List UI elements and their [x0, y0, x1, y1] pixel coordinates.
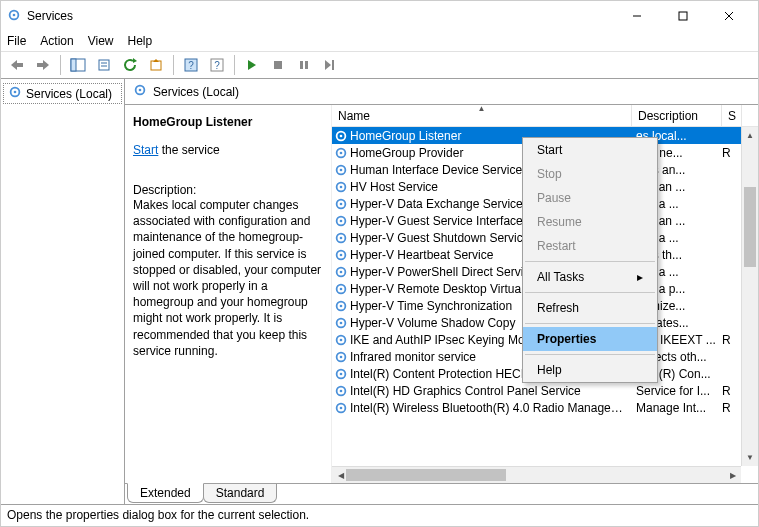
svg-point-49	[340, 270, 343, 273]
svg-rect-3	[679, 12, 687, 20]
export-list-button[interactable]	[144, 53, 168, 77]
properties-button[interactable]	[92, 53, 116, 77]
gear-icon	[332, 231, 350, 245]
detail-pane: HomeGroup Listener Start the service Des…	[125, 105, 331, 483]
svg-point-55	[340, 321, 343, 324]
svg-point-31	[139, 89, 142, 92]
gear-icon	[332, 282, 350, 296]
nav-services-local[interactable]: Services (Local)	[3, 83, 122, 104]
service-name: Intel(R) HD Graphics Control Panel Servi…	[350, 384, 632, 398]
restart-service-button[interactable]	[318, 53, 342, 77]
svg-rect-16	[151, 61, 161, 70]
stop-service-button[interactable]	[266, 53, 290, 77]
vertical-scrollbar[interactable]: ▲ ▼	[741, 127, 758, 466]
forward-button[interactable]	[31, 53, 55, 77]
gear-icon	[332, 316, 350, 330]
status-text: Opens the properties dialog box for the …	[7, 508, 309, 522]
menu-file[interactable]: File	[7, 34, 26, 48]
gear-icon	[332, 197, 350, 211]
gear-icon	[332, 180, 350, 194]
service-name-heading: HomeGroup Listener	[133, 115, 323, 129]
service-desc: Service for I...	[632, 384, 722, 398]
gear-icon	[332, 299, 350, 313]
ctx-refresh[interactable]: Refresh	[523, 296, 657, 320]
service-status: R	[722, 384, 742, 398]
scroll-thumb-h[interactable]	[346, 469, 506, 481]
help-button[interactable]: ?	[179, 53, 203, 77]
nav-label: Services (Local)	[26, 87, 112, 101]
svg-text:?: ?	[214, 60, 220, 71]
svg-rect-24	[300, 61, 303, 69]
start-service-button[interactable]	[240, 53, 264, 77]
service-status: R	[722, 401, 742, 415]
svg-marker-22	[248, 60, 256, 70]
show-hide-tree-button[interactable]	[66, 53, 90, 77]
gear-icon	[332, 384, 350, 398]
scroll-right-icon[interactable]: ▶	[724, 467, 741, 483]
ctx-resume: Resume	[523, 210, 657, 234]
start-link[interactable]: Start	[133, 143, 158, 157]
svg-marker-15	[133, 58, 137, 63]
scroll-down-icon[interactable]: ▼	[742, 449, 758, 466]
start-suffix: the service	[158, 143, 219, 157]
column-description[interactable]: Description	[632, 105, 722, 126]
minimize-button[interactable]	[614, 1, 660, 31]
title-bar: Services	[1, 1, 758, 31]
help2-button[interactable]: ?	[205, 53, 229, 77]
svg-rect-23	[274, 61, 282, 69]
pause-service-button[interactable]	[292, 53, 316, 77]
service-row[interactable]: Intel(R) Wireless Bluetooth(R) 4.0 Radio…	[332, 399, 758, 416]
svg-point-53	[340, 304, 343, 307]
service-desc: Manage Int...	[632, 401, 722, 415]
service-row[interactable]: Intel(R) HD Graphics Control Panel Servi…	[332, 382, 758, 399]
ctx-properties[interactable]: Properties	[523, 327, 657, 351]
refresh-button[interactable]	[118, 53, 142, 77]
svg-marker-8	[43, 60, 49, 70]
sort-indicator-icon: ▲	[478, 105, 486, 113]
menu-view[interactable]: View	[88, 34, 114, 48]
column-status[interactable]: S	[722, 105, 742, 126]
gear-icon	[332, 214, 350, 228]
ctx-stop: Stop	[523, 162, 657, 186]
gear-icon	[8, 85, 22, 102]
svg-point-1	[13, 13, 16, 16]
svg-point-45	[340, 236, 343, 239]
ctx-pause: Pause	[523, 186, 657, 210]
svg-point-59	[340, 355, 343, 358]
ctx-help[interactable]: Help	[523, 358, 657, 382]
context-menu: Start Stop Pause Resume Restart All Task…	[522, 137, 658, 383]
menu-bar: File Action View Help	[1, 31, 758, 51]
svg-point-41	[340, 202, 343, 205]
maximize-button[interactable]	[660, 1, 706, 31]
window-title: Services	[27, 9, 73, 23]
svg-point-47	[340, 253, 343, 256]
ctx-start[interactable]: Start	[523, 138, 657, 162]
tab-standard[interactable]: Standard	[203, 484, 278, 503]
svg-point-61	[340, 372, 343, 375]
close-button[interactable]	[706, 1, 752, 31]
tab-extended[interactable]: Extended	[127, 483, 204, 503]
svg-point-37	[340, 168, 343, 171]
menu-action[interactable]: Action	[40, 34, 73, 48]
svg-rect-11	[71, 59, 76, 71]
toolbar: ? ?	[1, 51, 758, 79]
gear-icon	[332, 248, 350, 262]
description-text: Makes local computer changes associated …	[133, 197, 323, 359]
scroll-thumb[interactable]	[744, 187, 756, 267]
gear-icon	[332, 350, 350, 364]
rows-container: HomeGroup Listeneres local...HomeGroup P…	[332, 127, 758, 483]
back-button[interactable]	[5, 53, 29, 77]
column-name[interactable]: Name ▲	[332, 105, 632, 126]
ctx-all-tasks[interactable]: All Tasks▸	[523, 265, 657, 289]
gear-icon	[332, 401, 350, 415]
menu-help[interactable]: Help	[128, 34, 153, 48]
gear-icon	[133, 83, 147, 100]
gear-icon	[332, 367, 350, 381]
svg-rect-25	[305, 61, 308, 69]
svg-point-63	[340, 389, 343, 392]
horizontal-scrollbar[interactable]: ◀ ▶	[332, 466, 741, 483]
service-list: Name ▲ Description S HomeGroup Listenere…	[331, 105, 758, 483]
scroll-up-icon[interactable]: ▲	[742, 127, 758, 144]
app-icon	[7, 8, 21, 25]
svg-point-57	[340, 338, 343, 341]
